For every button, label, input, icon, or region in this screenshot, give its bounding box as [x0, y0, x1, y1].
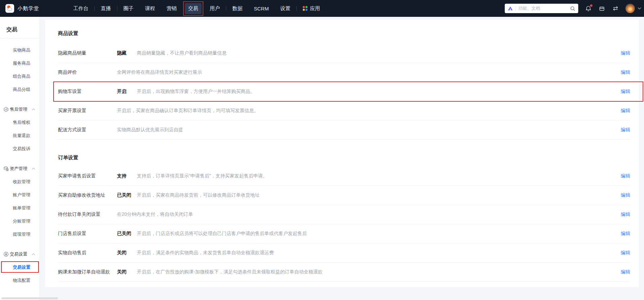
switch-arrows-icon[interactable]	[612, 5, 619, 12]
nav-item-apps[interactable]: 应用	[299, 3, 323, 14]
nav-item-settings[interactable]: 设置	[277, 3, 294, 14]
setting-label: 待付款订单关闭设置	[58, 211, 117, 218]
edit-link[interactable]: 编辑	[621, 231, 630, 237]
nav-item-marketing[interactable]: 营销	[163, 3, 180, 14]
brand[interactable]: 小鹅学堂	[5, 4, 39, 13]
setting-row-unpaid-order-close: 待付款订单关闭设置在20分钟内未支付，将自动关闭订单编辑	[58, 205, 630, 224]
nav-item-label: 工作台	[73, 5, 88, 12]
page: 小鹅学堂 工作台直播圈子课程营销交易用户数据SCRM设置应用 功能、文档	[0, 0, 644, 300]
edit-link[interactable]: 编辑	[621, 211, 630, 218]
setting-row-delivery-method: 配送方式设置实物商品默认优先展示到店自提编辑	[58, 121, 630, 140]
sidebar-item-logistics-config[interactable]: 物流配置	[0, 274, 39, 287]
edit-link[interactable]: 编辑	[621, 173, 630, 179]
sidebar-item-payment-collection[interactable]: 收款管理	[0, 175, 39, 188]
sidebar-item-bill-management[interactable]: 账单管理	[0, 201, 39, 214]
setting-description: 开启后，买家在商品待发货前，可以修改商品订单收货地址	[137, 192, 260, 198]
setting-label: 实物自动售后	[58, 250, 117, 256]
setting-description: 实物商品默认优先展示到店自提	[117, 127, 183, 133]
setting-label: 买家自助修改收货地址	[58, 192, 117, 198]
nav-item-users[interactable]: 用户	[206, 3, 223, 14]
apps-grid-icon	[303, 6, 308, 11]
nav-item-label: 课程	[145, 5, 155, 12]
setting-description: 开启后，在广告投放的购课-加微模板下，满足勾选条件且未领取权益的订单自动全额退款	[137, 269, 323, 275]
avatar[interactable]	[625, 4, 635, 13]
chevron-up-icon	[32, 167, 35, 170]
nav-item-workbench[interactable]: 工作台	[70, 3, 92, 14]
setting-row-store-aftersale: 门店售后设置已关闭开启后，门店店长或店员将可以处理自己门店客户申请的售后单或代客…	[58, 224, 630, 243]
edit-link[interactable]: 编辑	[621, 89, 630, 95]
setting-label: 门店售后设置	[58, 231, 117, 237]
notification-badge	[590, 4, 592, 7]
nav-item-scrm[interactable]: SCRM	[251, 3, 272, 14]
trade-icon	[3, 252, 9, 257]
edit-link[interactable]: 编辑	[621, 50, 630, 56]
setting-label: 配送方式设置	[58, 127, 117, 133]
setting-row-physical-auto-aftersale: 实物自动售后关闭开启后，满足条件的实物商品，未发货售后单自动全额退款退运费编辑	[58, 243, 630, 263]
nav-item-community[interactable]: 圈子	[120, 3, 137, 14]
setting-label: 购物车设置	[58, 89, 117, 95]
setting-description: 开启后，买家在商品确认订单页和订单详情页，均可填写发票信息。	[117, 108, 259, 114]
aftersale-icon	[3, 107, 9, 112]
sidebar-item-ledger-split[interactable]: 分账管理	[0, 214, 39, 228]
edit-link[interactable]: 编辑	[621, 269, 630, 275]
sidebar-item-trade-settings[interactable]: 交易设置	[0, 261, 39, 274]
nav-item-course[interactable]: 课程	[142, 3, 158, 14]
setting-status: 关闭	[117, 269, 137, 275]
sidebar-item-aftersale-rights[interactable]: 售后维权	[0, 116, 39, 129]
edit-link[interactable]: 编辑	[621, 69, 630, 75]
setting-row-buyer-invoice: 买家开票设置开启后，买家在商品确认订单页和订单详情页，均可填写发票信息。编辑	[58, 101, 630, 121]
store-icon[interactable]	[598, 5, 605, 12]
setting-status: 已关闭	[117, 231, 137, 237]
search-input[interactable]: 功能、文档	[518, 5, 570, 11]
setting-status: 关闭	[117, 250, 137, 256]
search-icon[interactable]	[570, 6, 575, 11]
setting-description: 在20分钟内未支付，将自动关闭订单	[117, 211, 193, 218]
setting-row-course-auto-refund: 购课未加微订单自动退款关闭开启后，在广告投放的购课-加微模板下，满足勾选条件且未…	[58, 263, 630, 282]
sidebar-group-trade-settings-group[interactable]: 交易设置	[0, 247, 39, 261]
section-title-order-settings: 订单设置	[58, 154, 639, 161]
brand-logo-icon	[5, 4, 14, 13]
sidebar-group-asset-management[interactable]: 资产管理	[0, 162, 39, 175]
section-rows-goods-settings: 隐藏商品销量隐藏商品销量隐藏，不让用户看到商品销量信息编辑商品评价全网评价将在商…	[45, 44, 639, 140]
horizontal-scrollbar[interactable]	[1, 297, 58, 299]
setting-row-hide-sales: 隐藏商品销量隐藏商品销量隐藏，不让用户看到商品销量信息编辑	[58, 44, 630, 63]
sidebar-item-withdrawal[interactable]: 提现管理	[0, 228, 39, 241]
nav-item-live[interactable]: 直播	[97, 3, 114, 14]
setting-status: 已关闭	[117, 192, 137, 198]
sidebar-item-physical-goods[interactable]: 实物商品	[0, 43, 39, 57]
main-nav: 工作台直播圈子课程营销交易用户数据SCRM设置应用	[67, 3, 326, 14]
chevron-down-icon[interactable]	[638, 7, 641, 10]
setting-description: 支持后，订单详情页显示“申请售后”，支持买家发起售后申请。	[137, 173, 267, 179]
setting-status: 隐藏	[117, 50, 137, 56]
sidebar-item-trade-complaints[interactable]: 交易投诉	[0, 142, 39, 155]
nav-item-data[interactable]: 数据	[229, 3, 246, 14]
notifications-bell-icon[interactable]	[585, 5, 592, 12]
sidebar-group-aftersale-management[interactable]: 售后管理	[0, 103, 39, 116]
sidebar-divider	[0, 38, 39, 38]
settings-card: 商品设置隐藏商品销量隐藏商品销量隐藏，不让用户看到商品销量信息编辑商品评价全网评…	[45, 20, 639, 287]
search-logo-icon	[508, 6, 513, 11]
setting-label: 购课未加微订单自动退款	[58, 269, 117, 275]
edit-link[interactable]: 编辑	[621, 192, 630, 198]
nav-separator	[117, 6, 117, 11]
section-title-goods-settings: 商品设置	[58, 20, 639, 37]
setting-status: 支持	[117, 173, 137, 179]
sidebar-item-bundle-goods[interactable]: 组合商品	[0, 70, 39, 83]
edit-link[interactable]: 编辑	[621, 108, 630, 114]
sidebar-item-goods-groups[interactable]: 商品分组	[0, 83, 39, 96]
edit-link[interactable]: 编辑	[621, 250, 630, 256]
nav-item-label: 应用	[310, 5, 320, 12]
setting-description: 商品销量隐藏，不让用户看到商品销量信息	[137, 50, 227, 56]
setting-row-buyer-aftersale: 买家申请售后设置支持支持后，订单详情页显示“申请售后”，支持买家发起售后申请。编…	[58, 167, 630, 186]
sidebar-item-account-management[interactable]: 账户管理	[0, 188, 39, 201]
search-box[interactable]: 功能、文档	[505, 4, 578, 13]
sidebar-item-service-goods[interactable]: 服务商品	[0, 57, 39, 70]
setting-description: 开启后，门店店长或店员将可以处理自己门店客户申请的售后单或代客户发起售后	[137, 231, 307, 237]
setting-label: 买家开票设置	[58, 108, 117, 114]
nav-item-label: 用户	[210, 5, 220, 12]
nav-item-trade[interactable]: 交易	[185, 3, 202, 14]
setting-description: 全网评价将在商品详情页对买家进行展示	[117, 69, 202, 75]
edit-link[interactable]: 编辑	[621, 127, 630, 133]
sidebar-item-batch-refund[interactable]: 批量退款	[0, 129, 39, 142]
nav-item-label: 直播	[101, 5, 111, 12]
